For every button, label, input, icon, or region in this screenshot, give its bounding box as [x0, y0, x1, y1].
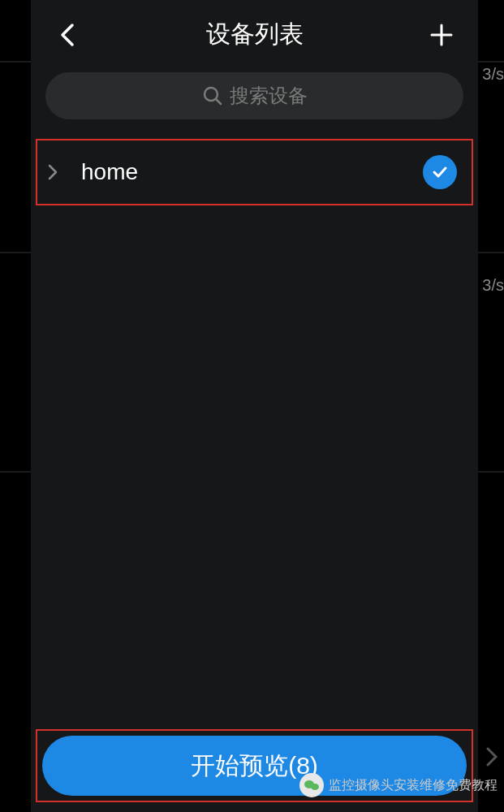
bg-chevron-icon — [485, 745, 499, 771]
search-icon — [202, 85, 223, 106]
bg-rate-text: 3/s — [482, 276, 504, 295]
device-name: home — [81, 159, 423, 185]
chevron-left-icon — [59, 22, 75, 48]
bottom-bar: 开始预览(8) — [31, 723, 478, 812]
page-title: 设备列表 — [206, 18, 304, 51]
check-icon — [430, 162, 450, 182]
selected-badge — [423, 155, 457, 189]
back-button[interactable] — [55, 23, 80, 47]
watermark: 监控摄像头安装维修免费教程 — [299, 773, 498, 797]
plus-icon — [429, 23, 454, 47]
search-input[interactable]: 搜索设备 — [45, 72, 463, 119]
wechat-icon — [299, 773, 324, 797]
device-item-home[interactable]: home — [36, 139, 473, 205]
add-button[interactable] — [429, 23, 454, 47]
bg-rate-text: 3/s — [482, 65, 504, 84]
watermark-text: 监控摄像头安装维修免费教程 — [329, 777, 498, 794]
search-placeholder: 搜索设备 — [230, 83, 308, 109]
chevron-right-icon — [47, 163, 62, 181]
panel-header: 设备列表 — [31, 0, 478, 66]
device-list: home — [31, 129, 478, 723]
device-list-panel: 设备列表 搜索设备 home — [31, 0, 478, 812]
svg-point-2 — [311, 784, 319, 790]
